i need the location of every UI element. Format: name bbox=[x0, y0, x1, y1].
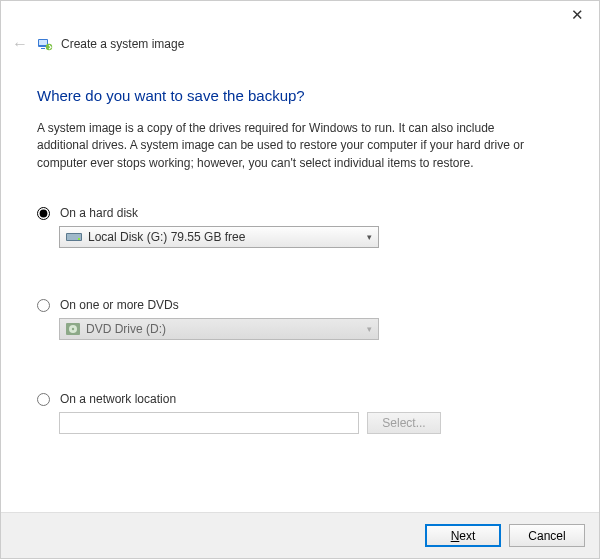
network-input-row: Select... bbox=[59, 412, 563, 434]
next-button-rest: ext bbox=[459, 529, 475, 543]
next-button[interactable]: Next bbox=[425, 524, 501, 547]
dvd-dropdown: DVD Drive (D:) ▾ bbox=[59, 318, 379, 340]
wizard-title: Create a system image bbox=[61, 37, 184, 51]
option-hard-disk-label: On a hard disk bbox=[60, 206, 138, 220]
option-hard-disk[interactable]: On a hard disk bbox=[37, 206, 563, 220]
option-dvd-label: On one or more DVDs bbox=[60, 298, 179, 312]
option-network[interactable]: On a network location bbox=[37, 392, 563, 406]
chevron-down-icon: ▾ bbox=[367, 324, 372, 334]
svg-rect-2 bbox=[41, 48, 45, 49]
svg-rect-1 bbox=[39, 40, 47, 45]
hard-drive-icon bbox=[66, 231, 82, 243]
back-arrow-icon[interactable]: ← bbox=[11, 35, 29, 53]
svg-point-9 bbox=[72, 328, 74, 330]
option-section-hard-disk: On a hard disk Local Disk (G:) 79.55 GB … bbox=[37, 206, 563, 248]
page-description: A system image is a copy of the drives r… bbox=[37, 120, 547, 172]
svg-point-6 bbox=[78, 238, 80, 240]
content-area: Where do you want to save the backup? A … bbox=[1, 57, 599, 512]
titlebar: ✕ bbox=[1, 1, 599, 31]
chevron-down-icon: ▾ bbox=[367, 232, 372, 242]
option-section-dvd: On one or more DVDs DVD Drive (D:) ▾ bbox=[37, 298, 563, 340]
option-dvd[interactable]: On one or more DVDs bbox=[37, 298, 563, 312]
system-image-icon bbox=[37, 36, 53, 52]
page-heading: Where do you want to save the backup? bbox=[37, 87, 563, 104]
header-row: ← Create a system image bbox=[1, 31, 599, 57]
radio-hard-disk[interactable] bbox=[37, 207, 50, 220]
dvd-selected-value: DVD Drive (D:) bbox=[86, 322, 166, 336]
radio-dvd[interactable] bbox=[37, 299, 50, 312]
close-button[interactable]: ✕ bbox=[555, 1, 599, 29]
radio-network[interactable] bbox=[37, 393, 50, 406]
option-section-network: On a network location Select... bbox=[37, 392, 563, 434]
hard-disk-dropdown[interactable]: Local Disk (G:) 79.55 GB free ▾ bbox=[59, 226, 379, 248]
hard-disk-selected-value: Local Disk (G:) 79.55 GB free bbox=[88, 230, 245, 244]
option-network-label: On a network location bbox=[60, 392, 176, 406]
footer: Next Cancel bbox=[1, 512, 599, 558]
cancel-button[interactable]: Cancel bbox=[509, 524, 585, 547]
network-path-input bbox=[59, 412, 359, 434]
dvd-drive-icon bbox=[66, 322, 80, 336]
dialog-window: ✕ ← Create a system image Where do you w… bbox=[0, 0, 600, 559]
network-select-button: Select... bbox=[367, 412, 441, 434]
